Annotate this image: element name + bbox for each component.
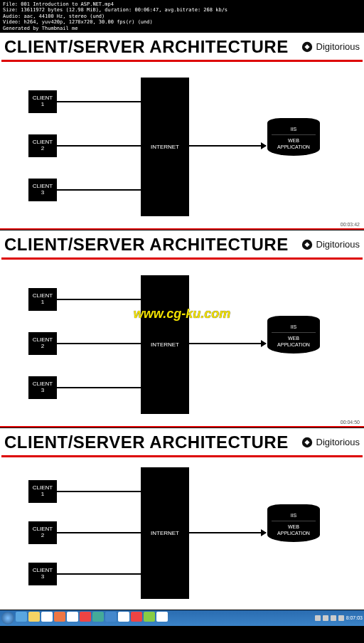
header-underline [1, 257, 363, 260]
taskbar-app-7[interactable] [92, 612, 104, 622]
taskbar-app-1[interactable] [16, 612, 27, 622]
client-box-2: CLIENT2 [28, 134, 57, 157]
line-c1 [57, 491, 141, 492]
cylinder-body: IIS WEB APPLICATION [267, 123, 320, 156]
iis-label: IIS [269, 126, 318, 132]
start-button[interactable] [1, 612, 14, 625]
slide-header: CLIENT/SERVER ARCHITECTURE Digitorious [0, 33, 364, 60]
taskbar-app-5[interactable] [67, 612, 78, 622]
slide-header: CLIENT/SERVER ARCHITECTURE Digitorious [0, 230, 364, 257]
brand-logo: Digitorious [301, 436, 360, 449]
cylinder-body: IIS WEB APPLICATION [267, 321, 320, 354]
meta-line-size: Size: 13611972 bytes (12.98 MiB), durati… [3, 7, 361, 13]
server-cylinder: IIS WEB APPLICATION [267, 118, 320, 156]
slide-3: CLIENT/SERVER ARCHITECTURE Digitorious C… [0, 428, 364, 610]
server-cylinder: IIS WEB APPLICATION [267, 316, 320, 354]
taskbar-clock[interactable]: 8:07:03 [346, 615, 363, 620]
diagram-3: CLIENT1 CLIENT2 CLIENT3 INTERNET IIS WEB… [0, 460, 364, 610]
internet-box: INTERNET [141, 275, 189, 414]
app-label: APPLICATION [269, 530, 318, 536]
diagram-1: CLIENT1 CLIENT2 CLIENT3 INTERNET IIS WEB… [0, 65, 364, 228]
client-box-3: CLIENT3 [28, 179, 57, 201]
meta-line-audio: Audio: aac, 44100 Hz, stereo (und) [3, 14, 361, 19]
line-c3 [57, 189, 141, 191]
taskbar-app-8[interactable] [105, 612, 117, 622]
header-underline [1, 60, 363, 62]
taskbar-right: 8:07:03 [315, 615, 363, 621]
internet-box: INTERNET [141, 467, 189, 599]
client-box-3: CLIENT3 [28, 376, 57, 399]
client-box-1: CLIENT1 [28, 90, 57, 113]
slide-2: CLIENT/SERVER ARCHITECTURE Digitorious C… [0, 230, 364, 427]
timestamp-2: 00:04:50 [341, 420, 360, 425]
client-box-2: CLIENT2 [28, 521, 57, 544]
taskbar-app-9[interactable] [118, 612, 129, 622]
iis-label: IIS [269, 512, 318, 519]
cylinder-divider [272, 521, 316, 521]
slide-title: CLIENT/SERVER ARCHITECTURE [4, 235, 289, 255]
brand-logo: Digitorious [301, 238, 360, 251]
arrow-to-server [189, 532, 266, 533]
meta-line-video: Video: h264, yuv420p, 1278x720, 30.00 fp… [3, 19, 361, 25]
slide-1: CLIENT/SERVER ARCHITECTURE Digitorious C… [0, 33, 364, 230]
client-box-1: CLIENT1 [28, 288, 57, 311]
meta-line-gen: Generated by Thumbnail me [3, 26, 361, 31]
cylinder-body: IIS WEB APPLICATION [267, 509, 320, 542]
line-c2 [57, 145, 141, 147]
tray-icon-2[interactable] [323, 615, 328, 621]
cylinder-divider [272, 134, 316, 135]
brand-text: Digitorious [316, 41, 360, 52]
web-label: WEB [269, 335, 318, 341]
client-box-2: CLIENT2 [28, 332, 57, 355]
iis-label: IIS [269, 324, 318, 330]
internet-box: INTERNET [141, 78, 189, 216]
taskbar-app-2[interactable] [28, 612, 40, 622]
client-box-1: CLIENT1 [28, 480, 57, 503]
line-c3 [57, 387, 141, 388]
line-c1 [57, 299, 141, 300]
web-label: WEB [269, 524, 318, 530]
web-label: WEB [269, 137, 318, 144]
slide-title: CLIENT/SERVER ARCHITECTURE [4, 432, 289, 452]
header-underline [1, 455, 363, 457]
server-cylinder: IIS WEB APPLICATION [267, 504, 320, 542]
windows-taskbar[interactable]: 8:07:03 [0, 610, 364, 626]
client-box-3: CLIENT3 [28, 563, 57, 585]
taskbar-app-4[interactable] [54, 612, 65, 622]
line-c3 [57, 573, 141, 575]
app-label: APPLICATION [269, 341, 318, 348]
tray-icon-4[interactable] [338, 615, 344, 621]
line-c1 [57, 101, 141, 102]
cylinder-divider [272, 332, 316, 333]
taskbar-app-12[interactable] [156, 612, 168, 622]
brand-logo: Digitorious [301, 41, 360, 53]
brand-text: Digitorious [316, 239, 360, 250]
arrow-to-server [189, 145, 266, 147]
metadata-overlay: File: 001 Introduction to ASP.NET.mp4 Si… [0, 0, 364, 33]
diagram-2: CLIENT1 CLIENT2 CLIENT3 INTERNET IIS WEB… [0, 262, 364, 426]
taskbar-app-3[interactable] [41, 612, 53, 622]
slide-header: CLIENT/SERVER ARCHITECTURE Digitorious [0, 428, 364, 455]
tray-icon-1[interactable] [315, 615, 321, 621]
digitorious-icon [301, 238, 314, 251]
taskbar-app-11[interactable] [144, 612, 155, 622]
meta-line-file: File: 001 Introduction to ASP.NET.mp4 [3, 1, 361, 7]
arrow-to-server [189, 343, 266, 344]
digitorious-icon [301, 41, 314, 53]
watermark-text: www.cg-ku.com [134, 307, 230, 322]
brand-text: Digitorious [316, 437, 360, 447]
digitorious-icon [301, 436, 314, 449]
timestamp-1: 00:03:42 [341, 222, 360, 227]
line-c2 [57, 532, 141, 533]
line-c2 [57, 343, 141, 344]
taskbar-app-6[interactable] [80, 612, 91, 622]
taskbar-left [1, 612, 168, 625]
app-label: APPLICATION [269, 144, 318, 150]
taskbar-app-10[interactable] [131, 612, 142, 622]
slide-title: CLIENT/SERVER ARCHITECTURE [4, 37, 289, 57]
tray-icon-3[interactable] [331, 615, 336, 621]
